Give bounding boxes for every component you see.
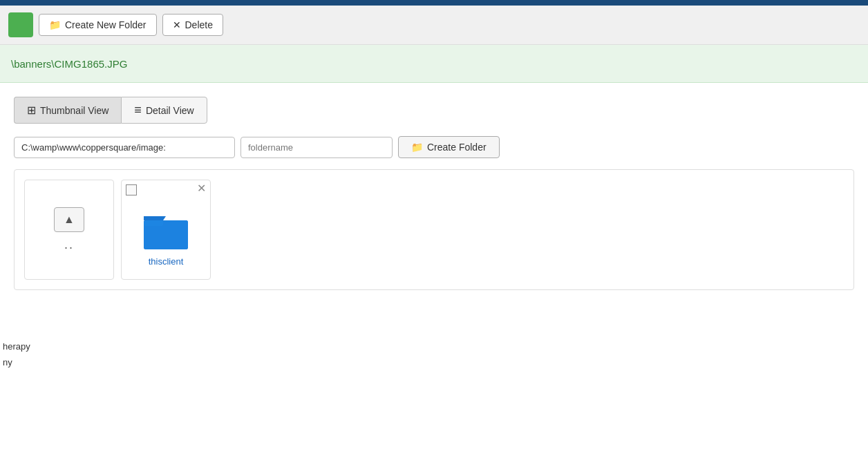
- folder-icon-svg: [144, 213, 188, 249]
- folder-icon-small: 📁: [411, 142, 423, 153]
- thumbnail-view-label: Thumbnail View: [40, 105, 108, 116]
- delete-label: Delete: [185, 19, 213, 30]
- current-path: \banners\CIMG1865.JPG: [11, 58, 127, 70]
- main-content: Thumbnail View Detail View 📁 Create Fold…: [0, 83, 868, 290]
- create-folder-row: 📁 Create Folder: [14, 136, 854, 158]
- delete-button[interactable]: ✕ Delete: [162, 14, 223, 36]
- thumbnail-view-button[interactable]: Thumbnail View: [14, 97, 121, 124]
- up-arrow-icon: ▲: [64, 213, 75, 226]
- view-toggle: Thumbnail View Detail View: [14, 97, 854, 124]
- file-browser: ▲ .. ✕ thisclient: [14, 169, 854, 290]
- green-button[interactable]: [8, 12, 33, 37]
- create-new-folder-label: Create New Folder: [65, 19, 147, 30]
- folder-up-button[interactable]: ▲: [54, 207, 84, 232]
- folder-parent-item[interactable]: ▲ ..: [24, 180, 114, 280]
- svg-marker-2: [144, 216, 166, 220]
- grid-icon: [27, 104, 36, 117]
- create-folder-button[interactable]: 📁 Create Folder: [398, 136, 500, 158]
- folder-close-icon[interactable]: ✕: [197, 183, 206, 194]
- path-input[interactable]: [14, 137, 235, 158]
- x-icon: ✕: [173, 19, 181, 30]
- create-folder-label: Create Folder: [427, 142, 487, 153]
- folder-item-thisclient[interactable]: ✕ thisclient: [121, 180, 211, 280]
- folder-parent-label: ..: [64, 238, 74, 252]
- svg-rect-3: [144, 220, 188, 249]
- top-bar: [0, 0, 868, 6]
- create-new-folder-button[interactable]: 📁 Create New Folder: [39, 14, 157, 36]
- folder-icon: 📁: [49, 19, 61, 30]
- folder-name-thisclient: thisclient: [149, 256, 184, 267]
- folder-name-input[interactable]: [240, 137, 393, 158]
- list-icon: [134, 103, 142, 117]
- path-bar: \banners\CIMG1865.JPG: [0, 45, 868, 83]
- detail-view-button[interactable]: Detail View: [121, 97, 207, 124]
- folder-checkbox[interactable]: [126, 184, 137, 195]
- toolbar: 📁 Create New Folder ✕ Delete: [0, 6, 868, 45]
- detail-view-label: Detail View: [146, 105, 194, 116]
